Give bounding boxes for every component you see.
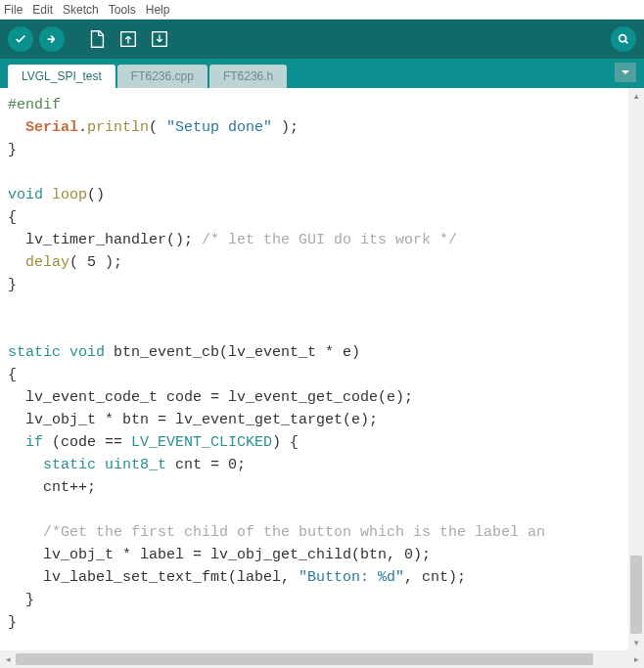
download-square-icon [149, 28, 170, 50]
editor-area: #endif Serial.println( "Setup done" ); }… [0, 88, 644, 668]
upload-square-icon [117, 28, 139, 50]
chevron-down-icon [621, 67, 630, 77]
vscroll-thumb[interactable] [630, 556, 642, 634]
file-icon [86, 28, 108, 50]
serial-monitor-button[interactable] [611, 26, 636, 52]
menu-edit[interactable]: Edit [32, 3, 53, 17]
svg-point-2 [620, 35, 626, 42]
hscroll-thumb[interactable] [16, 653, 593, 665]
open-sketch-button[interactable] [115, 26, 141, 52]
vscroll-track[interactable] [628, 104, 644, 635]
menu-file[interactable]: File [4, 3, 23, 17]
upload-button[interactable] [39, 26, 65, 52]
save-sketch-button[interactable] [147, 26, 172, 52]
magnify-icon [617, 32, 630, 46]
menu-help[interactable]: Help [146, 3, 170, 17]
tab-ft6236-h[interactable]: FT6236.h [209, 65, 287, 88]
scroll-down-button[interactable]: ▾ [628, 635, 644, 650]
hscroll-track[interactable] [16, 650, 628, 668]
check-icon [14, 32, 27, 46]
tab-ft6236-cpp[interactable]: FT6236.cpp [117, 65, 207, 88]
horizontal-scrollbar[interactable]: ◂ ▸ [0, 650, 644, 668]
scroll-right-button[interactable]: ▸ [628, 654, 644, 664]
menu-tools[interactable]: Tools [109, 3, 136, 17]
tab-menu-button[interactable] [615, 63, 636, 82]
toolbar [0, 20, 644, 59]
menu-sketch[interactable]: Sketch [63, 3, 99, 17]
tab-strip: LVGL_SPI_test FT6236.cpp FT6236.h [0, 59, 644, 88]
code-editor[interactable]: #endif Serial.println( "Setup done" ); }… [0, 88, 628, 650]
verify-button[interactable] [8, 26, 33, 52]
vertical-scrollbar[interactable]: ▴ ▾ [628, 88, 644, 650]
code-content: #endif Serial.println( "Setup done" ); }… [8, 94, 622, 634]
scroll-up-button[interactable]: ▴ [628, 88, 644, 104]
menu-bar: File Edit Sketch Tools Help [0, 0, 644, 20]
scroll-left-button[interactable]: ◂ [0, 654, 16, 664]
tab-lvgl-spi-test[interactable]: LVGL_SPI_test [8, 65, 115, 88]
new-sketch-button[interactable] [84, 26, 110, 52]
arrow-right-icon [45, 32, 59, 46]
